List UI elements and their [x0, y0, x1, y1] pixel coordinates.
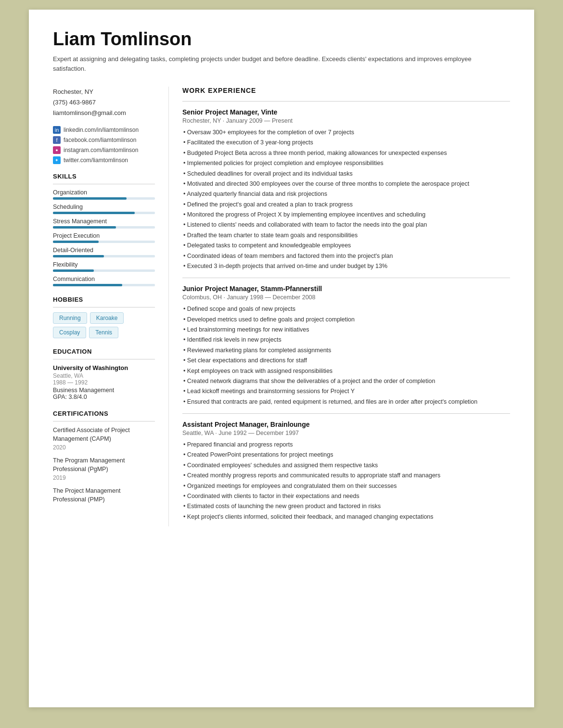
cert-year: 2019	[53, 474, 155, 481]
skill-item: Detail-Oriented	[53, 247, 155, 257]
contact-section: Rochester, NY (375) 463-9867 liamtomlins…	[53, 87, 155, 118]
cert-name: The Project Management Professional (PMP…	[53, 487, 155, 504]
skill-item: Flexibility	[53, 261, 155, 272]
job-title: Assistant Project Manager, Brainlounge	[182, 421, 510, 428]
skill-name: Project Execution	[53, 232, 155, 239]
skill-bar-bg	[53, 284, 155, 286]
contact-location: Rochester, NY	[53, 87, 155, 97]
certifications-section: CERTIFICATIONS Certified Associate of Pr…	[53, 410, 155, 504]
candidate-name: Liam Tomlinson	[53, 29, 510, 50]
job-bullet: • Set clear expectations and directions …	[182, 356, 510, 365]
hobbies-title: HOBBIES	[53, 296, 155, 303]
certification-item: The Project Management Professional (PMP…	[53, 487, 155, 504]
edu-degree: Business Management	[53, 387, 155, 394]
twitter-icon: ✦	[53, 156, 61, 164]
job-item: Senior Project Manager, Vinte Rochester,…	[182, 108, 510, 278]
job-divider	[182, 278, 510, 278]
skill-item: Scheduling	[53, 204, 155, 214]
jobs-list: Senior Project Manager, Vinte Rochester,…	[182, 108, 510, 522]
skill-name: Stress Management	[53, 218, 155, 225]
job-bullet: • Created monthly progress reports and c…	[182, 471, 510, 480]
skill-bar-fill	[53, 197, 127, 200]
job-bullet: • Identified risk levels in new projects	[182, 335, 510, 345]
skill-item: Organization	[53, 189, 155, 200]
job-bullet: • Organized meetings for employees and c…	[182, 482, 510, 491]
social-links-section: in linkedin.com/in/liamtomlinson f faceb…	[53, 126, 155, 164]
job-bullet: • Analyzed quarterly financial data and …	[182, 190, 510, 199]
right-column: WORK EXPERIENCE Senior Project Manager, …	[168, 87, 510, 526]
edu-years: 1988 — 1992	[53, 379, 155, 386]
job-bullet: • Prepared financial and progress report…	[182, 440, 510, 449]
hobby-tag: Running	[53, 312, 87, 324]
skill-name: Detail-Oriented	[53, 247, 155, 254]
job-item: Assistant Project Manager, Brainlounge S…	[182, 421, 510, 522]
job-meta: Rochester, NY · January 2009 — Present	[182, 117, 510, 124]
job-bullet: • Budgeted Project Beta across a three m…	[182, 149, 510, 158]
cert-name: Certified Associate of Project Managemen…	[53, 426, 155, 443]
job-title: Senior Project Manager, Vinte	[182, 108, 510, 116]
skill-bar-fill	[53, 284, 122, 286]
skill-name: Scheduling	[53, 204, 155, 210]
job-bullet: • Executed 3 in-depth projects that arri…	[182, 262, 510, 271]
work-divider	[182, 101, 510, 102]
education-item: University of Washington Seattle, WA 198…	[53, 364, 155, 400]
skill-name: Organization	[53, 189, 155, 196]
skills-list: Organization Scheduling Stress Managemen…	[53, 189, 155, 286]
skill-item: Communication	[53, 276, 155, 286]
skill-bar-bg	[53, 241, 155, 243]
hobbies-section: HOBBIES RunningKaroakeCosplayTennis	[53, 296, 155, 338]
cert-name: The Program Management Professional (PgM…	[53, 457, 155, 473]
skills-divider	[53, 184, 155, 184]
social-facebook: f facebook.com/liamtomlinson	[53, 136, 155, 144]
facebook-icon: f	[53, 136, 61, 144]
job-bullet: • Motivated and directed 300 employees o…	[182, 179, 510, 189]
social-linkedin: in linkedin.com/in/liamtomlinson	[53, 126, 155, 134]
left-column: Rochester, NY (375) 463-9867 liamtomlins…	[53, 87, 168, 526]
education-list: University of Washington Seattle, WA 198…	[53, 364, 155, 400]
education-divider	[53, 359, 155, 359]
certifications-divider	[53, 421, 155, 421]
job-item: Junior Project Manager, Stamm-Pfannersti…	[182, 285, 510, 414]
job-bullet: • Defined scope and goals of new project…	[182, 305, 510, 314]
certifications-list: Certified Associate of Project Managemen…	[53, 426, 155, 504]
resume-container: Liam Tomlinson Expert at assigning and d…	[29, 10, 534, 707]
job-meta: Colombus, OH · January 1998 — December 2…	[182, 294, 510, 301]
job-bullet: • Coordinated with clients to factor in …	[182, 492, 510, 501]
job-bullet: • Coordinated employees' schedules and a…	[182, 461, 510, 470]
linkedin-url: linkedin.com/in/liamtomlinson	[64, 127, 139, 133]
job-bullet: • Developed metrics used to define goals…	[182, 315, 510, 324]
edu-gpa: GPA: 3.8/4.0	[53, 394, 155, 400]
job-title: Junior Project Manager, Stamm-Pfannersti…	[182, 285, 510, 293]
job-bullet: • Kept project's clients informed, solic…	[182, 512, 510, 522]
skills-section: SKILLS Organization Scheduling Stress Ma…	[53, 173, 155, 286]
job-bullet: • Oversaw 300+ employees for the complet…	[182, 128, 510, 137]
job-bullet: • Created network diagrams that show the…	[182, 377, 510, 386]
education-title: EDUCATION	[53, 348, 155, 355]
twitter-url: twitter.com/liamtomlinson	[64, 157, 128, 164]
skill-item: Stress Management	[53, 218, 155, 229]
certification-item: The Program Management Professional (PgM…	[53, 457, 155, 481]
hobby-tag: Cosplay	[53, 327, 86, 338]
instagram-url: instagram.com/liamtomlinson	[64, 147, 138, 153]
skill-bar-fill	[53, 269, 94, 272]
skill-bar-bg	[53, 197, 155, 200]
job-bullet: • Coordinated ideas of team members and …	[182, 252, 510, 261]
job-divider	[182, 413, 510, 414]
skill-name: Flexibility	[53, 261, 155, 268]
job-bullet: • Lead kickoff meetings and brainstormin…	[182, 387, 510, 396]
job-bullet: • Estimated costs of launching the new g…	[182, 502, 510, 511]
hobbies-divider	[53, 307, 155, 307]
header-summary: Expert at assigning and delegating tasks…	[53, 54, 486, 73]
job-bullet: • Listened to clients' needs and collabo…	[182, 220, 510, 230]
edu-name: University of Washington	[53, 364, 155, 371]
education-section: EDUCATION University of Washington Seatt…	[53, 348, 155, 400]
hobbies-grid: RunningKaroakeCosplayTennis	[53, 312, 155, 338]
job-bullet: • Created PowerPoint presentations for p…	[182, 450, 510, 460]
facebook-url: facebook.com/liamtomlinson	[64, 137, 136, 143]
work-experience-title: WORK EXPERIENCE	[182, 87, 510, 94]
job-bullet: • Defined the project's goal and created…	[182, 200, 510, 209]
job-bullet: • Facilitated the execution of 3 year-lo…	[182, 138, 510, 147]
skill-bar-fill	[53, 212, 135, 214]
social-twitter: ✦ twitter.com/liamtomlinson	[53, 156, 155, 164]
instagram-icon: ●	[53, 146, 61, 154]
